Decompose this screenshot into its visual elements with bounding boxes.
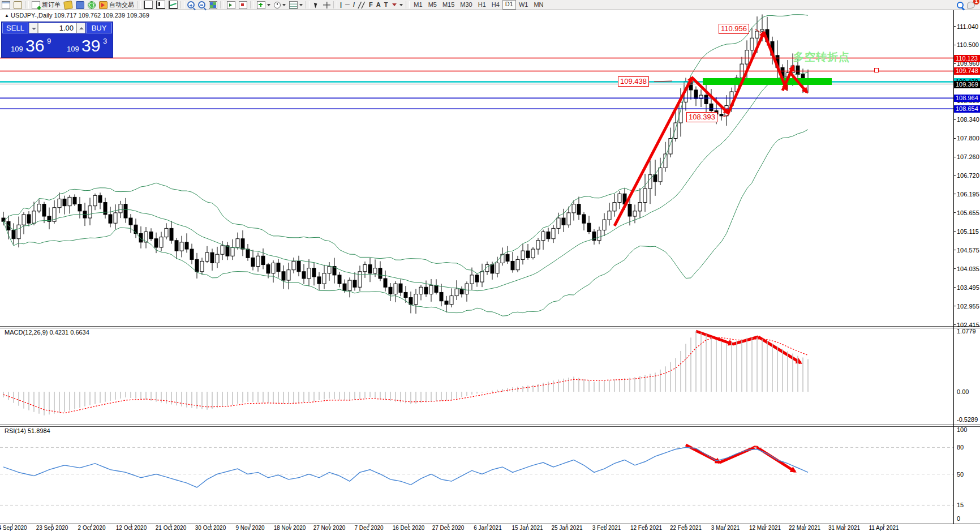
timeframe-m15[interactable]: M15 [440, 1, 457, 9]
rsi-label: RSI(14) 51.8984 [5, 427, 50, 434]
signals-icon[interactable] [86, 1, 97, 9]
price-level-badge: 109.369 [954, 81, 980, 88]
indicators-icon[interactable] [255, 1, 272, 9]
zoom-in-icon[interactable] [186, 1, 196, 9]
zoom-out-icon[interactable] [196, 1, 207, 9]
periods-icon[interactable] [272, 1, 287, 9]
one-click-trading-panel: SELL BUY 109 36 9 109 39 3 [1, 22, 113, 58]
history-center-icon [63, 1, 73, 10]
date-tick-label: 23 Sep 2020 [36, 525, 68, 531]
indicators-icon [257, 1, 265, 9]
chart-window-icon[interactable] [0, 1, 12, 9]
price-tick-label: 102.415 [957, 322, 979, 328]
volume-input[interactable] [38, 23, 76, 33]
trend-arrows-rsi[interactable] [686, 445, 795, 472]
price-tick-label: 104.035 [957, 266, 979, 272]
timeframe-h4[interactable]: H4 [489, 1, 502, 9]
crosshair-icon[interactable] [321, 1, 332, 9]
sell-price-point: 9 [47, 37, 51, 45]
turning-point-annotation[interactable]: 多空转折点 [793, 50, 850, 65]
cursor-icon[interactable] [311, 1, 321, 9]
hline-handle[interactable] [874, 68, 879, 72]
date-tick-label: 9 Nov 2020 [235, 525, 264, 531]
candlestick-chart-icon[interactable] [154, 1, 167, 9]
vertical-line-icon[interactable]: | [338, 1, 343, 9]
toolbar-separator [180, 1, 184, 8]
fibonacci-icon[interactable]: F [367, 1, 375, 9]
trendline-icon[interactable]: / [351, 1, 356, 9]
new-order-button[interactable]: 新订单 [30, 1, 62, 9]
date-tick-label: 11 Apr 2021 [869, 525, 899, 531]
volume-decrease-button[interactable] [29, 23, 38, 33]
line-chart-icon[interactable] [167, 1, 179, 9]
toolbar-separator [406, 1, 410, 8]
toolbar-separator [25, 1, 29, 8]
date-tick-label: 31 Mar 2021 [828, 525, 860, 531]
market-watch-icon[interactable] [12, 1, 24, 9]
chart-canvas[interactable] [0, 0, 980, 531]
volume-increase-button[interactable] [76, 23, 85, 33]
tile-windows-icon[interactable] [207, 1, 219, 9]
timeframe-mn[interactable]: MN [531, 1, 546, 9]
fibonacci-icon: F [369, 1, 373, 8]
price-tick-label: 111.040 [957, 23, 978, 30]
templates-icon[interactable] [287, 1, 304, 9]
news-icon[interactable] [74, 1, 86, 9]
rsi-axis-label: 0 [957, 515, 960, 522]
date-tick-label: 22 Mar 2021 [789, 525, 820, 531]
ohlc-low: 109.239 [102, 12, 125, 19]
symbol-name: USDJPY-,Daily [11, 12, 53, 19]
search-icon[interactable] [955, 1, 965, 9]
notification-icon[interactable]: 1 [965, 1, 977, 9]
callout-high-price[interactable]: 110.956 [719, 24, 749, 34]
autotrading-button[interactable]: 自动交易 [97, 1, 136, 9]
toolbar: 新订单自动交易|─/FATM1M5M15M30H1H4D1W1MN1 [0, 0, 980, 10]
rsi-axis-label: 15 [957, 502, 964, 508]
green-zone-rectangle[interactable] [703, 78, 832, 85]
auto-scroll-icon[interactable] [225, 1, 237, 9]
text-label-icon[interactable]: T [382, 1, 390, 9]
tile-windows-icon [209, 1, 217, 9]
callout-pivot-price[interactable]: 109.438 [618, 76, 649, 87]
date-tick-label: 12 Oct 2020 [116, 525, 147, 531]
callout-pullback-price[interactable]: 108.393 [686, 112, 717, 122]
price-tick-label: 108.340 [957, 116, 979, 123]
price-tick-label: 102.955 [957, 303, 979, 310]
buy-price: 109 39 3 [58, 35, 113, 57]
candlestick-series[interactable] [2, 14, 810, 314]
timeframe-m5[interactable]: M5 [425, 1, 440, 9]
horizontal-line-icon[interactable]: ─ [343, 1, 351, 9]
price-tick-label: 103.495 [957, 284, 979, 291]
date-tick-label: 3 Mar 2021 [711, 525, 740, 531]
date-tick-label: 2 Oct 2020 [78, 525, 106, 531]
equidistant-channel-icon [356, 2, 367, 8]
timeframe-h1[interactable]: H1 [475, 1, 489, 9]
timeframe-m1[interactable]: M1 [411, 1, 425, 9]
history-center-icon[interactable] [62, 1, 74, 9]
bar-chart-icon[interactable] [142, 1, 154, 9]
chart-shift-icon[interactable] [237, 1, 249, 9]
line-chart-icon [169, 1, 178, 9]
templates-icon [289, 1, 298, 9]
timeframe-d1[interactable]: D1 [502, 0, 516, 10]
text-icon[interactable]: A [375, 1, 382, 9]
macd-label: MACD(12,26,9) 0.4231 0.6634 [5, 329, 89, 336]
signals-icon [88, 1, 96, 9]
timeframe-w1[interactable]: W1 [516, 1, 531, 9]
chevron-down-icon [399, 4, 403, 6]
chart-window-icon [2, 1, 10, 9]
text-label-icon: T [384, 1, 388, 8]
trendline-icon: / [353, 1, 355, 8]
date-tick-label: 12 Mar 2021 [749, 525, 781, 531]
sell-price-handle: 109 [11, 45, 23, 53]
arrows-icon[interactable] [389, 1, 405, 9]
equidistant-channel-icon[interactable] [356, 1, 367, 9]
timeframe-m30[interactable]: M30 [457, 1, 475, 9]
buy-button[interactable]: BUY [86, 23, 112, 33]
sell-button[interactable]: SELL [2, 23, 28, 33]
autotrading-button-label: 自动交易 [109, 1, 134, 9]
crosshair-icon [323, 2, 330, 8]
candlestick-chart-icon [156, 1, 165, 9]
new-order-button [32, 1, 40, 9]
date-tick-label: 27 Dec 2020 [432, 525, 465, 531]
